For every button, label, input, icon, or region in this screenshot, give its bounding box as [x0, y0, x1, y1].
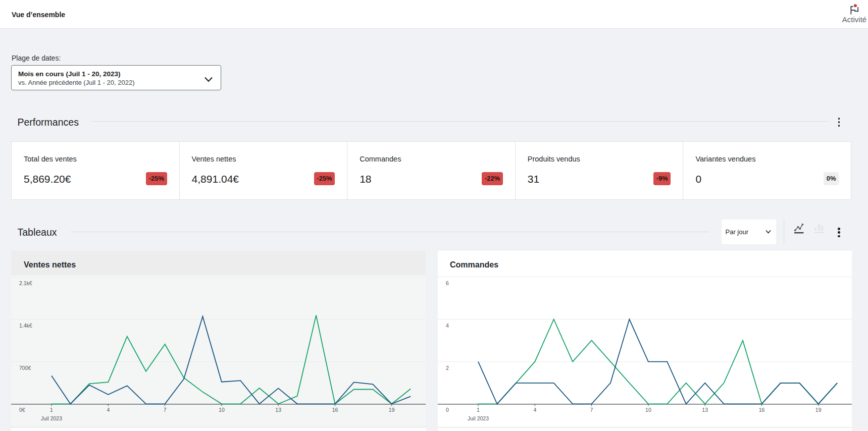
- svg-text:16: 16: [332, 407, 338, 413]
- svg-text:2.1k€: 2.1k€: [19, 280, 32, 286]
- svg-text:13: 13: [702, 407, 708, 413]
- svg-text:4: 4: [107, 407, 110, 413]
- svg-text:0€: 0€: [19, 407, 25, 413]
- svg-text:0: 0: [446, 407, 449, 413]
- svg-text:7: 7: [590, 407, 593, 413]
- svg-text:1: 1: [50, 407, 53, 413]
- svg-text:6: 6: [446, 280, 449, 286]
- svg-text:4: 4: [533, 407, 536, 413]
- svg-text:10: 10: [645, 407, 651, 413]
- svg-text:10: 10: [219, 407, 225, 413]
- svg-text:700€: 700€: [19, 365, 31, 371]
- svg-text:2: 2: [446, 365, 449, 371]
- svg-text:7: 7: [164, 407, 167, 413]
- svg-text:1: 1: [477, 407, 480, 413]
- svg-text:19: 19: [815, 407, 822, 413]
- svg-text:Juil 2023: Juil 2023: [468, 415, 489, 421]
- svg-text:4: 4: [446, 322, 449, 329]
- svg-text:16: 16: [759, 407, 765, 413]
- svg-text:1.4k€: 1.4k€: [19, 322, 32, 329]
- svg-text:Juil 2023: Juil 2023: [41, 415, 62, 421]
- svg-text:13: 13: [275, 407, 281, 413]
- svg-text:19: 19: [389, 407, 395, 413]
